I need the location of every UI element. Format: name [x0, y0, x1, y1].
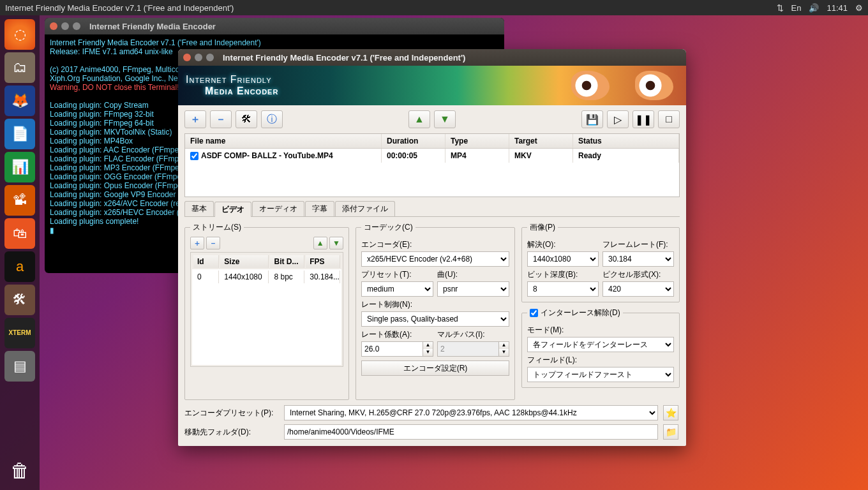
preset-select[interactable]: medium — [361, 281, 433, 297]
resolution-label: 解決(O): — [527, 239, 599, 250]
col-id[interactable]: Id — [193, 255, 219, 268]
minimize-icon[interactable] — [195, 54, 202, 61]
files-icon[interactable]: 🗂 — [4, 52, 35, 83]
col-filename[interactable]: File name — [185, 134, 382, 148]
col-target[interactable]: Target — [509, 134, 573, 148]
ratefactor-input[interactable] — [361, 341, 423, 357]
deint-mode-select[interactable]: 各フィールドをデインターレース — [527, 337, 674, 352]
remove-file-button[interactable]: － — [210, 110, 232, 128]
encoder-select[interactable]: x265/HEVC Encoder (v2.4+68) — [361, 251, 509, 267]
deint-field-label: フィールド(L): — [527, 355, 674, 366]
move-up-button[interactable]: ▲ — [408, 110, 430, 128]
terminal-title: Internet Friendly Media Encoder — [89, 22, 216, 31]
terminal-titlebar[interactable]: Internet Friendly Media Encoder — [45, 18, 504, 34]
impress-icon[interactable]: 📽 — [4, 185, 35, 216]
col-duration[interactable]: Duration — [382, 134, 445, 148]
stop-button[interactable]: □ — [658, 110, 680, 128]
calc-icon[interactable]: 📊 — [4, 152, 35, 182]
framerate-select[interactable]: 30.184 — [602, 251, 674, 267]
settings-icon[interactable]: 🛠 — [4, 285, 35, 315]
spin-up-icon[interactable]: ▲ — [423, 342, 433, 349]
file-duration: 00:00:05 — [382, 149, 445, 163]
browse-folder-button[interactable]: 📁 — [663, 424, 678, 440]
trash-icon[interactable]: 🗑 — [4, 456, 35, 486]
pixelformat-label: ピクセル形式(X): — [602, 269, 674, 280]
col-fps[interactable]: FPS — [306, 255, 340, 268]
framerate-label: フレームレート(F): — [602, 239, 674, 250]
clock[interactable]: 11:41 — [827, 3, 848, 13]
app-banner: Internet FriendlyMedia Encoder — [178, 66, 686, 105]
tab-subtitle[interactable]: 字幕 — [305, 201, 334, 216]
col-status[interactable]: Status — [573, 134, 679, 148]
image-legend: 画像(P) — [527, 222, 558, 233]
multipass-label: マルチパス(I): — [437, 329, 509, 340]
play-button[interactable]: ▷ — [607, 110, 629, 128]
deint-field-select[interactable]: トップフィールドファースト — [527, 367, 674, 382]
spin-up-icon: ▲ — [499, 342, 509, 349]
stream-table[interactable]: Id Size Bit D... FPS 0 1440x1080 8 bpc 3… — [190, 252, 343, 367]
minimize-icon[interactable] — [61, 22, 69, 30]
tune-label: 曲(U): — [437, 269, 509, 280]
favorite-button[interactable]: ⭐ — [663, 405, 678, 420]
col-size[interactable]: Size — [220, 255, 269, 268]
close-icon[interactable] — [50, 22, 57, 30]
tune-select[interactable]: psnr — [437, 281, 509, 297]
encoder-preset-label: エンコーダプリセット(P): — [184, 408, 279, 419]
pause-button[interactable]: ❚❚ — [632, 110, 654, 128]
network-icon[interactable]: ⇅ — [777, 3, 784, 13]
destination-label: 移動先フォルダ(D): — [184, 427, 279, 438]
file-name: ASDF COMP- BALLZ - YouTube.MP4 — [201, 151, 333, 160]
resolution-select[interactable]: 1440x1080 — [527, 251, 599, 267]
deinterlace-checkbox[interactable] — [530, 309, 538, 317]
encoder-label: エンコーダ(E): — [361, 239, 509, 250]
bitdepth-select[interactable]: 8 — [527, 281, 599, 297]
col-type[interactable]: Type — [445, 134, 509, 148]
tab-attachment[interactable]: 添付ファイル — [335, 201, 395, 216]
maximize-icon[interactable] — [73, 22, 80, 30]
running-app-icon[interactable]: ▤ — [4, 351, 35, 382]
deint-mode-label: モード(M): — [527, 325, 674, 336]
stream-up-button[interactable]: ▲ — [313, 237, 327, 249]
encoder-settings-button[interactable]: エンコーダ設定(R) — [361, 360, 509, 376]
pixelformat-select[interactable]: 420 — [602, 281, 674, 297]
destination-input[interactable] — [284, 424, 658, 440]
keyboard-indicator[interactable]: En — [791, 3, 802, 13]
software-center-icon[interactable]: 🛍 — [4, 218, 35, 249]
file-target: MKV — [509, 149, 573, 163]
tools-button[interactable]: 🛠 — [236, 110, 257, 128]
ratecontrol-select[interactable]: Single pass, Quality-based — [361, 311, 509, 327]
stream-row[interactable]: 0 1440x1080 8 bpc 30.184... — [192, 269, 341, 285]
spin-down-icon[interactable]: ▼ — [423, 349, 433, 356]
sound-icon[interactable]: 🔊 — [809, 3, 819, 13]
gear-icon[interactable]: ⚙ — [855, 3, 863, 13]
firefox-icon[interactable]: 🦊 — [4, 85, 35, 116]
file-row[interactable]: ASDF COMP- BALLZ - YouTube.MP4 00:00:05 … — [185, 149, 679, 163]
tab-basic[interactable]: 基本 — [184, 201, 214, 216]
file-type: MP4 — [445, 149, 509, 163]
app-title: Internet Friendly Media Encoder v7.1 ('F… — [223, 53, 465, 63]
stream-add-button[interactable]: ＋ — [190, 237, 204, 249]
preset-label: プリセット(T): — [361, 269, 433, 280]
file-list[interactable]: File name Duration Type Target Status AS… — [184, 133, 680, 197]
close-icon[interactable] — [183, 54, 191, 61]
dash-icon[interactable]: ◌ — [4, 19, 35, 50]
encoder-preset-select[interactable]: Internet Sharing, MKV, H.265@CRF 27.0 72… — [284, 405, 658, 420]
col-bitdepth[interactable]: Bit D... — [270, 255, 304, 268]
stream-down-button[interactable]: ▼ — [329, 237, 343, 249]
maximize-icon[interactable] — [206, 54, 214, 61]
file-checkbox[interactable] — [190, 152, 198, 160]
tab-video[interactable]: ビデオ — [214, 202, 251, 217]
stream-legend: ストリーム(S) — [190, 222, 244, 233]
amazon-icon[interactable]: a — [4, 251, 35, 282]
app-titlebar[interactable]: Internet Friendly Media Encoder v7.1 ('F… — [178, 49, 686, 66]
add-file-button[interactable]: ＋ — [184, 110, 206, 128]
save-button[interactable]: 💾 — [581, 110, 603, 128]
writer-icon[interactable]: 📄 — [4, 119, 35, 149]
ratecontrol-label: レート制御(N): — [361, 299, 509, 310]
info-button[interactable]: ⓘ — [261, 110, 283, 128]
xterm-icon[interactable]: XTERM — [4, 318, 35, 348]
stream-remove-button[interactable]: － — [206, 237, 220, 249]
stream-panel: ストリーム(S) ＋ － ▲ ▼ Id Size Bit D... FPS 0 … — [184, 222, 349, 400]
tab-audio[interactable]: オーディオ — [252, 201, 304, 216]
move-down-button[interactable]: ▼ — [434, 110, 456, 128]
